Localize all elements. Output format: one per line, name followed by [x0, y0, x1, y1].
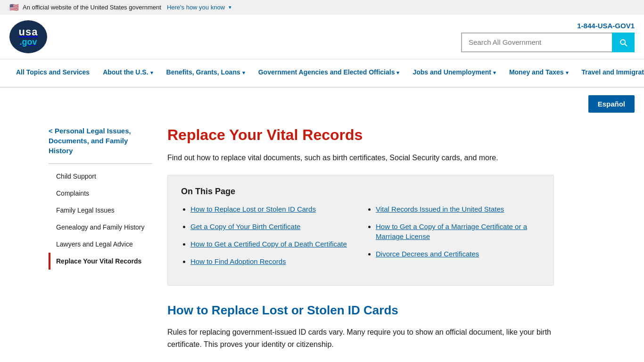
nav-label-benefits: Benefits, Grants, Loans	[166, 68, 240, 76]
jobs-chevron-icon: ▾	[493, 69, 496, 76]
sidebar: < Personal Legal Issues, Documents, and …	[49, 116, 152, 350]
on-this-page-col2: Vital Records Issued in the United State…	[366, 204, 540, 274]
sidebar-item-vital-records: Replace Your Vital Records	[49, 253, 152, 270]
site-header: usa .gov 1-844-USA-GOV1	[0, 15, 644, 59]
sidebar-link-vital-records[interactable]: Replace Your Vital Records	[49, 253, 152, 270]
main-content: Replace Your Vital Records Find out how …	[167, 116, 554, 350]
link-divorce[interactable]: Divorce Decrees and Certificates	[376, 250, 479, 258]
espanol-button[interactable]: Español	[588, 95, 635, 113]
sidebar-parent-link[interactable]: < Personal Legal Issues, Documents, and …	[49, 126, 152, 164]
sidebar-link-complaints[interactable]: Complaints	[49, 185, 152, 202]
on-this-page-col1: How to Replace Lost or Stolen ID Cards G…	[181, 204, 355, 274]
nav-label-about: About the U.S.	[103, 68, 148, 76]
list-item: How to Get a Copy of a Marriage Certific…	[376, 222, 540, 241]
nav-link-money[interactable]: Money and Taxes ▾	[503, 59, 575, 87]
main-navigation: All Topics and Services About the U.S. ▾…	[0, 59, 644, 88]
on-this-page-grid: How to Replace Lost or Stolen ID Cards G…	[181, 204, 540, 274]
main-container: < Personal Legal Issues, Documents, and …	[39, 116, 605, 350]
link-id-cards[interactable]: How to Replace Lost or Stolen ID Cards	[190, 205, 316, 213]
sidebar-item-child-support: Child Support	[49, 168, 152, 185]
nav-label-travel: Travel and Immigration	[582, 68, 644, 76]
link-death-cert[interactable]: How to Get a Certified Copy of a Death C…	[190, 240, 347, 248]
sidebar-item-family-legal: Family Legal Issues	[49, 202, 152, 219]
list-item: How to Get a Certified Copy of a Death C…	[190, 239, 355, 249]
gov-banner: 🇺🇸 An official website of the United Sta…	[0, 0, 644, 15]
on-this-page-heading: On This Page	[181, 187, 540, 197]
logo-usa-text: usa	[19, 26, 38, 38]
nav-link-jobs[interactable]: Jobs and Unemployment ▾	[406, 59, 502, 87]
sidebar-item-complaints: Complaints	[49, 185, 152, 202]
page-title: Replace Your Vital Records	[167, 126, 554, 144]
nav-link-about[interactable]: About the U.S. ▾	[96, 59, 159, 87]
chevron-down-icon: ▾	[229, 4, 231, 10]
nav-item-benefits: Benefits, Grants, Loans ▾	[160, 59, 252, 87]
page-intro: Find out how to replace vital documents,…	[167, 152, 554, 164]
nav-label-jobs: Jobs and Unemployment	[413, 68, 491, 76]
benefits-chevron-icon: ▾	[242, 69, 245, 76]
search-icon	[619, 38, 628, 47]
site-logo-link[interactable]: usa .gov	[9, 20, 47, 53]
heres-how-link[interactable]: Here's how you know	[167, 4, 225, 11]
on-this-page-box: On This Page How to Replace Lost or Stol…	[167, 175, 554, 286]
espanol-bar: Español	[0, 88, 644, 116]
nav-item-govt: Government Agencies and Elected Official…	[252, 59, 406, 87]
link-marriage[interactable]: How to Get a Copy of a Marriage Certific…	[376, 222, 527, 240]
nav-link-benefits[interactable]: Benefits, Grants, Loans ▾	[160, 59, 252, 87]
nav-link-all-topics[interactable]: All Topics and Services	[9, 59, 96, 87]
list-item: Get a Copy of Your Birth Certificate	[190, 222, 355, 231]
header-right: 1-844-USA-GOV1	[461, 22, 635, 52]
nav-link-govt[interactable]: Government Agencies and Elected Official…	[252, 59, 406, 87]
money-chevron-icon: ▾	[566, 69, 569, 76]
logo-gov-text: .gov	[19, 38, 37, 47]
sidebar-link-family-legal[interactable]: Family Legal Issues	[49, 202, 152, 219]
list-item: How to Replace Lost or Stolen ID Cards	[190, 204, 355, 214]
section1-text: Rules for replacing government-issued ID…	[167, 326, 554, 350]
logo-container: usa .gov	[9, 20, 47, 53]
list-item: How to Find Adoption Records	[190, 256, 355, 266]
link-birth-cert[interactable]: Get a Copy of Your Birth Certificate	[190, 222, 300, 230]
nav-item-all-topics: All Topics and Services	[9, 59, 96, 87]
about-chevron-icon: ▾	[150, 69, 153, 76]
nav-item-about: About the U.S. ▾	[96, 59, 159, 87]
search-input[interactable]	[461, 33, 612, 52]
official-text: An official website of the United States…	[23, 4, 161, 11]
nav-list: All Topics and Services About the U.S. ▾…	[9, 59, 635, 87]
sidebar-link-lawyers[interactable]: Lawyers and Legal Advice	[49, 236, 152, 253]
us-flag-icon: 🇺🇸	[9, 3, 19, 12]
phone-link[interactable]: 1-844-USA-GOV1	[577, 22, 635, 30]
search-bar	[461, 33, 635, 52]
nav-item-travel: Travel and Immigration ▾	[575, 59, 644, 87]
usagov-logo: usa .gov	[9, 20, 47, 53]
nav-link-travel[interactable]: Travel and Immigration ▾	[575, 59, 644, 87]
link-adoption[interactable]: How to Find Adoption Records	[190, 257, 286, 265]
nav-label-money: Money and Taxes	[509, 68, 564, 76]
govt-chevron-icon: ▾	[396, 69, 399, 76]
sidebar-link-genealogy[interactable]: Genealogy and Family History	[49, 219, 152, 236]
section1-heading: How to Replace Lost or Stolen ID Cards	[167, 303, 554, 319]
link-vital-records-us[interactable]: Vital Records Issued in the United State…	[376, 205, 504, 213]
sidebar-item-lawyers: Lawyers and Legal Advice	[49, 236, 152, 253]
sidebar-item-genealogy: Genealogy and Family History	[49, 219, 152, 236]
search-button[interactable]	[612, 33, 635, 52]
sidebar-nav-list: Child Support Complaints Family Legal Is…	[49, 168, 152, 270]
nav-item-jobs: Jobs and Unemployment ▾	[406, 59, 502, 87]
list-item: Vital Records Issued in the United State…	[376, 204, 540, 214]
sidebar-link-child-support[interactable]: Child Support	[49, 168, 152, 185]
nav-label-all-topics: All Topics and Services	[16, 68, 90, 76]
list-item: Divorce Decrees and Certificates	[376, 249, 540, 259]
nav-label-govt: Government Agencies and Elected Official…	[258, 68, 395, 76]
nav-item-money: Money and Taxes ▾	[503, 59, 575, 87]
section-id-cards: How to Replace Lost or Stolen ID Cards R…	[167, 303, 554, 350]
